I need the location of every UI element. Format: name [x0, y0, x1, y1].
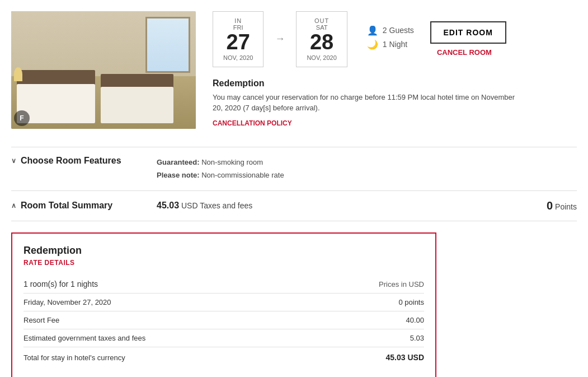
- rate-details-box: Redemption RATE DETAILS 1 room(s) for 1 …: [11, 232, 436, 377]
- guaranteed-label: Guaranteed:: [157, 158, 200, 166]
- rate-row-taxes: Estimated government taxes and fees 5.03: [23, 329, 424, 347]
- resort-fee-label: Resort Fee: [23, 316, 59, 324]
- resort-fee-value: 40.00: [406, 316, 424, 324]
- edit-room-button[interactable]: EDIT ROOM: [430, 21, 506, 44]
- room-badge: F: [14, 110, 30, 126]
- rate-row-total: Total for stay in hotel's currency 45.03…: [23, 347, 424, 367]
- room-total-label: Room Total Summary: [21, 201, 112, 211]
- taxes-amount: 45.03: [157, 201, 179, 210]
- chevron-down-icon: ∨: [11, 157, 16, 165]
- total-value: 45.03 USD: [386, 353, 424, 362]
- taxes-label-detail: Estimated government taxes and fees: [23, 334, 145, 342]
- room-actions: EDIT ROOM CANCEL ROOM: [422, 21, 506, 57]
- please-note-value: Non-commissionable rate: [201, 171, 284, 179]
- nights-count: 1 Night: [383, 40, 407, 49]
- rate-row-date: Friday, November 27, 2020 0 points: [23, 294, 424, 311]
- date-label: Friday, November 27, 2020: [23, 298, 111, 306]
- choose-features-section: ∨ Choose Room Features Guaranteed: Non-s…: [11, 147, 577, 190]
- date-value: 0 points: [398, 298, 424, 306]
- room-features-notes: Guaranteed: Non-smoking room Please note…: [157, 156, 284, 182]
- rate-row-resort: Resort Fee 40.00: [23, 311, 424, 329]
- rate-row-header: 1 room(s) for 1 nights Prices in USD: [23, 275, 424, 293]
- choose-features-label: Choose Room Features: [21, 156, 121, 166]
- redemption-description: You may cancel your reservation for no c…: [213, 92, 526, 114]
- cancellation-policy-link[interactable]: CANCELLATION POLICY: [213, 119, 292, 127]
- room-total-summary: ∧ Room Total Summary 45.03 USD Taxes and…: [11, 190, 577, 221]
- points-label: Points: [555, 202, 577, 211]
- rooms-label: 1 room(s) for 1 nights: [23, 280, 98, 288]
- checkout-date: 28: [307, 31, 336, 54]
- checkin-month: NOV, 2020: [223, 54, 253, 61]
- checkout-label: OUT: [307, 17, 336, 24]
- room-total-points: 0 Points: [547, 199, 577, 212]
- prices-label: Prices in USD: [379, 280, 424, 288]
- redemption-title: Redemption: [213, 78, 577, 89]
- points-value: 0: [547, 199, 553, 212]
- please-note-label: Please note:: [157, 171, 200, 179]
- guests-icon: 👤: [367, 25, 378, 36]
- cancel-room-link[interactable]: CANCEL ROOM: [437, 48, 492, 57]
- checkin-box: IN FRI 27 NOV, 2020: [213, 11, 264, 67]
- taxes-value-detail: 5.03: [410, 334, 424, 342]
- checkout-box: OUT SAT 28 NOV, 2020: [296, 11, 347, 67]
- checkin-label: IN: [223, 17, 253, 24]
- nights-icon: 🌙: [367, 39, 378, 50]
- checkout-month: NOV, 2020: [307, 54, 336, 61]
- redemption-section: Redemption You may cancel your reservati…: [213, 78, 577, 127]
- rate-box-title: Redemption: [23, 245, 424, 257]
- date-arrow-icon: →: [275, 33, 285, 45]
- choose-features-title[interactable]: ∨ Choose Room Features: [11, 156, 134, 166]
- guests-info: 👤 2 Guests 🌙 1 Night: [367, 25, 414, 53]
- guests-count: 2 Guests: [383, 26, 414, 35]
- room-total-price: 45.03 USD Taxes and fees: [157, 201, 524, 211]
- guaranteed-value: Non-smoking room: [201, 158, 263, 166]
- rate-details-label: RATE DETAILS: [23, 259, 424, 267]
- booking-details: IN FRI 27 NOV, 2020 → OUT SAT 28 NOV, 20…: [207, 11, 577, 136]
- rate-table: 1 room(s) for 1 nights Prices in USD Fri…: [23, 275, 424, 367]
- total-label: Total for stay in hotel's currency: [23, 353, 125, 362]
- taxes-label: USD Taxes and fees: [181, 201, 252, 210]
- checkin-date: 27: [223, 31, 253, 54]
- room-total-title[interactable]: ∧ Room Total Summary: [11, 201, 134, 211]
- room-image: F: [11, 11, 196, 129]
- chevron-up-icon: ∧: [11, 202, 16, 210]
